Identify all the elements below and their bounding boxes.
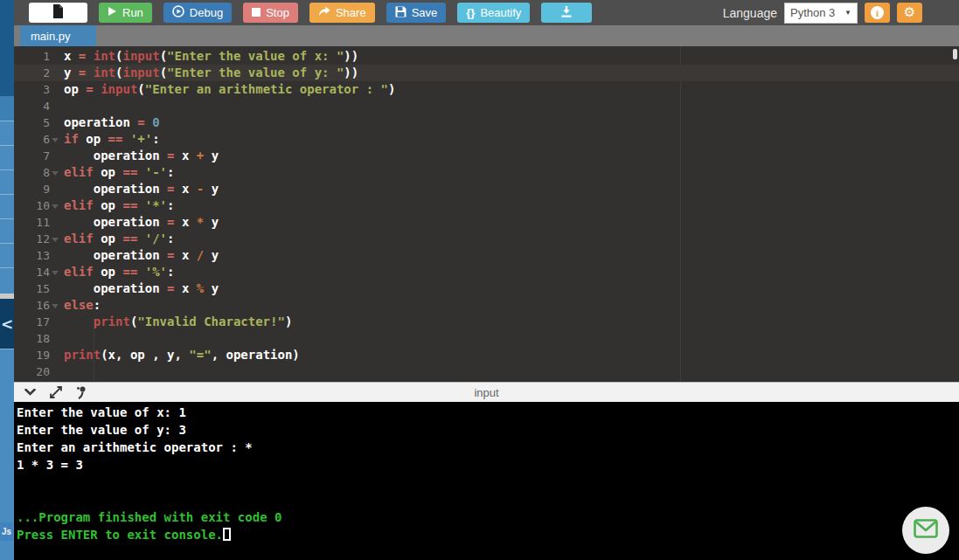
- code-line[interactable]: 8elif op == '-':: [14, 164, 959, 181]
- code-line-text: operation = x / y: [59, 247, 219, 264]
- code-line-text: operation = x + y: [59, 148, 219, 164]
- sidebar-segment[interactable]: [0, 121, 14, 145]
- line-number: 3: [14, 81, 59, 98]
- code-line-text: elif op == '%':: [59, 264, 174, 280]
- console-line: ...Program finished with exit code 0: [17, 508, 959, 526]
- caret-down-icon: ▼: [844, 9, 851, 17]
- fold-arrow-icon[interactable]: [52, 304, 59, 308]
- code-line[interactable]: 13 operation = x / y: [14, 247, 959, 264]
- line-number: 7: [14, 148, 59, 164]
- code-editor[interactable]: 1x = int(input("Enter the value of x: ")…: [14, 46, 959, 382]
- fold-arrow-icon[interactable]: [52, 238, 59, 242]
- info-button[interactable]: i: [865, 3, 890, 23]
- share-button[interactable]: Share: [309, 3, 375, 23]
- sidebar-segment[interactable]: [0, 169, 14, 194]
- console-expand-button[interactable]: [50, 386, 62, 398]
- code-line[interactable]: 9 operation = x - y: [14, 181, 959, 197]
- chat-widget-button[interactable]: [902, 507, 949, 554]
- toolbar: Run Debug Stop Share Save {} Beautify La…: [14, 0, 959, 25]
- sidebar-segment[interactable]: [0, 243, 14, 267]
- js-badge[interactable]: Js: [0, 522, 13, 541]
- code-line[interactable]: 7 operation = x + y: [14, 148, 959, 164]
- gear-icon: ⚙: [904, 6, 915, 19]
- stop-button-label: Stop: [266, 6, 289, 19]
- console-line: Press ENTER to exit console.: [17, 526, 959, 543]
- info-icon: i: [871, 6, 884, 19]
- code-line[interactable]: 17 print("Invalid Character!"): [14, 314, 959, 330]
- line-number: 6: [14, 131, 59, 148]
- fold-arrow-icon[interactable]: [52, 204, 59, 209]
- share-button-label: Share: [336, 6, 366, 19]
- code-line-text: [59, 98, 64, 114]
- code-line-text: operation = x * y: [59, 214, 219, 231]
- console-minimize-button[interactable]: [24, 389, 36, 396]
- code-line[interactable]: 6if op == '+':: [14, 131, 959, 148]
- envelope-icon: [914, 519, 938, 542]
- console-pin-button[interactable]: [76, 386, 87, 399]
- code-line[interactable]: 18: [14, 330, 959, 347]
- share-icon: [318, 6, 330, 19]
- console-title: input: [14, 386, 959, 399]
- sidebar-segment[interactable]: [0, 218, 14, 243]
- settings-button[interactable]: ⚙: [897, 3, 922, 23]
- code-line-text: operation = x % y: [59, 280, 219, 297]
- chevron-left-icon: <: [1, 315, 13, 333]
- download-button[interactable]: [541, 3, 592, 23]
- debug-button[interactable]: Debug: [163, 3, 232, 23]
- code-line[interactable]: 14elif op == '%':: [14, 264, 959, 280]
- save-button[interactable]: Save: [386, 3, 447, 23]
- file-icon: [52, 4, 64, 21]
- editor-scrollbar-thumb[interactable]: [953, 49, 957, 59]
- code-line[interactable]: 5operation = 0: [14, 114, 959, 131]
- line-number: 1: [14, 48, 59, 65]
- code-line[interactable]: 19print(x, op , y, "=", operation): [14, 347, 959, 363]
- code-line-text: print("Invalid Character!"): [59, 314, 292, 330]
- sidebar-segment[interactable]: [0, 194, 14, 218]
- debug-button-label: Debug: [190, 6, 223, 19]
- code-line-text: y = int(input("Enter the value of y: ")): [59, 65, 358, 81]
- fold-arrow-icon[interactable]: [52, 138, 59, 142]
- line-number: 9: [14, 181, 59, 197]
- line-number: 16: [14, 297, 59, 314]
- beautify-button[interactable]: {} Beautify: [457, 3, 530, 23]
- code-line[interactable]: 20: [14, 363, 959, 380]
- code-line-text: elif op == '/':: [59, 231, 174, 247]
- beautify-button-label: Beautify: [480, 6, 521, 19]
- code-line-text: print(x, op , y, "=", operation): [59, 347, 300, 363]
- code-lines: 1x = int(input("Enter the value of x: ")…: [14, 48, 959, 380]
- code-line[interactable]: 4: [14, 98, 959, 114]
- console-line: [17, 491, 959, 508]
- new-file-button[interactable]: [29, 3, 87, 23]
- code-line[interactable]: 10elif op == '*':: [14, 197, 959, 214]
- code-line[interactable]: 12elif op == '/':: [14, 231, 959, 247]
- tab-main-py[interactable]: main.py: [20, 25, 96, 46]
- code-line[interactable]: 2y = int(input("Enter the value of y: ")…: [14, 65, 959, 81]
- sidebar-segment[interactable]: [0, 96, 14, 121]
- sidebar-collapse-button[interactable]: <: [0, 299, 14, 349]
- code-line-text: if op == '+':: [59, 131, 160, 148]
- language-select[interactable]: Python 3 ▼: [784, 3, 858, 24]
- tab-filename: main.py: [31, 30, 71, 43]
- fold-arrow-icon[interactable]: [52, 271, 59, 275]
- line-number: 15: [14, 280, 59, 297]
- ide-app: < Js Run Debug Stop Share Save: [0, 0, 959, 560]
- language-label: Language: [723, 6, 777, 20]
- sidebar-segment[interactable]: [0, 0, 14, 96]
- fold-arrow-icon[interactable]: [52, 171, 59, 176]
- stop-button[interactable]: Stop: [243, 3, 298, 23]
- code-line[interactable]: 3op = input("Enter an arithmetic operato…: [14, 81, 959, 98]
- code-line-text: x = int(input("Enter the value of x: ")): [59, 48, 358, 65]
- toolbar-right: Language Python 3 ▼ i ⚙: [723, 3, 959, 24]
- code-line[interactable]: 11 operation = x * y: [14, 214, 959, 231]
- line-number: 12: [14, 231, 59, 247]
- sidebar-segment[interactable]: [0, 267, 14, 294]
- console-output[interactable]: Enter the value of x: 1Enter the value o…: [14, 402, 959, 560]
- play-icon: [108, 6, 117, 19]
- line-number: 8: [14, 164, 59, 181]
- code-line[interactable]: 16else:: [14, 297, 959, 314]
- run-button[interactable]: Run: [99, 3, 152, 23]
- code-line[interactable]: 15 operation = x % y: [14, 280, 959, 297]
- floppy-icon: [395, 6, 407, 20]
- sidebar-segment[interactable]: [0, 145, 14, 169]
- code-line[interactable]: 1x = int(input("Enter the value of x: ")…: [14, 48, 959, 65]
